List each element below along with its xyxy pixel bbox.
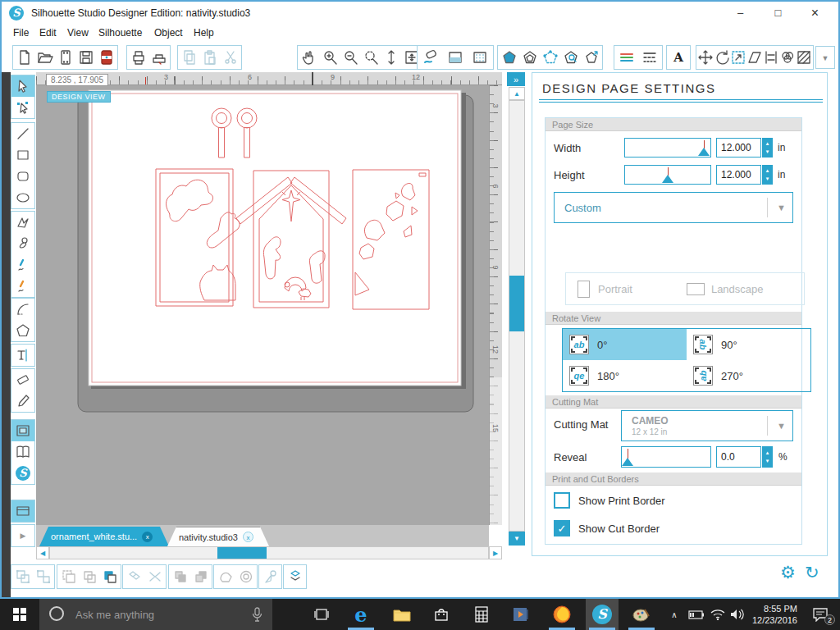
height-slider[interactable] bbox=[624, 165, 711, 185]
reveal-input[interactable] bbox=[716, 446, 761, 468]
page-preset-dropdown[interactable]: Custom ▼ bbox=[554, 192, 793, 223]
reveal-slider-thumb[interactable] bbox=[622, 458, 633, 466]
menu-view[interactable]: View bbox=[67, 27, 89, 39]
arc-tool[interactable] bbox=[11, 299, 34, 320]
send-to-back-icon[interactable] bbox=[99, 566, 120, 587]
menu-silhouette[interactable]: Silhouette bbox=[98, 27, 142, 39]
task-view-button[interactable] bbox=[305, 599, 338, 630]
rotate-icon[interactable] bbox=[714, 47, 730, 68]
rotate-270-button[interactable]: ab 270° bbox=[687, 360, 810, 391]
pin-icon[interactable] bbox=[260, 566, 281, 587]
gradient-fill-icon[interactable] bbox=[443, 47, 468, 68]
microphone-icon[interactable] bbox=[251, 607, 262, 622]
pattern-fill-icon[interactable] bbox=[468, 47, 492, 68]
move-icon[interactable] bbox=[697, 47, 714, 68]
copy-forward-icon[interactable] bbox=[170, 566, 190, 587]
concentric-icon[interactable] bbox=[235, 566, 256, 587]
store-button-taskbar[interactable] bbox=[425, 599, 458, 630]
eraser-tool[interactable] bbox=[11, 369, 34, 390]
firefox-button[interactable] bbox=[546, 599, 578, 630]
width-slider[interactable] bbox=[624, 138, 711, 158]
line-style-icon[interactable] bbox=[638, 47, 661, 68]
group-icon[interactable] bbox=[12, 566, 33, 587]
rotate-0-button[interactable]: ab 0° bbox=[563, 329, 687, 360]
save-to-library-icon[interactable] bbox=[96, 47, 116, 68]
send-to-silhouette-icon[interactable] bbox=[148, 47, 169, 68]
expand-panel-button[interactable]: » bbox=[507, 72, 525, 86]
landscape-button[interactable]: Landscape bbox=[711, 283, 764, 295]
shear-icon[interactable] bbox=[746, 47, 763, 68]
close-button[interactable]: × bbox=[797, 2, 833, 25]
freehand-tool[interactable] bbox=[11, 254, 34, 276]
rotate-90-button[interactable]: ab 90° bbox=[687, 329, 810, 360]
vertical-scrollbar-thumb[interactable] bbox=[509, 276, 524, 331]
fill-color-icon[interactable] bbox=[418, 47, 443, 68]
bring-forward-icon[interactable] bbox=[79, 566, 99, 587]
print-icon[interactable] bbox=[128, 47, 148, 68]
ungroup-icon[interactable] bbox=[33, 566, 53, 587]
library-button[interactable] bbox=[11, 441, 34, 463]
silhouette-studio-button[interactable]: S bbox=[586, 599, 619, 630]
action-center-button[interactable]: 2 bbox=[804, 599, 837, 630]
spinner-down-icon[interactable]: ▼ bbox=[762, 175, 773, 183]
rounded-rectangle-tool[interactable] bbox=[11, 166, 34, 187]
scroll-right-button[interactable]: ▶ bbox=[489, 546, 502, 559]
tab-nativity[interactable]: nativity.studio3 x bbox=[167, 527, 269, 546]
horizontal-scrollbar[interactable] bbox=[49, 546, 489, 559]
offset-icon[interactable] bbox=[215, 566, 235, 587]
zoom-drag-icon[interactable] bbox=[381, 47, 401, 68]
paste-icon[interactable] bbox=[199, 47, 220, 68]
store-button[interactable]: S bbox=[11, 463, 34, 484]
close-tab-icon[interactable]: x bbox=[142, 532, 153, 542]
toolbar-more-button[interactable]: ▼ bbox=[815, 46, 835, 69]
horizontal-scrollbar-thumb[interactable] bbox=[217, 547, 267, 559]
cut-icon[interactable] bbox=[220, 47, 240, 68]
width-input[interactable] bbox=[716, 138, 761, 158]
replicate-icon[interactable] bbox=[779, 47, 796, 68]
polygon-select-icon[interactable] bbox=[560, 47, 581, 68]
maximize-button[interactable]: □ bbox=[760, 2, 797, 25]
menu-object[interactable]: Object bbox=[154, 27, 183, 39]
tab-ornament-white[interactable]: ornament_white.stu... x bbox=[39, 527, 169, 546]
height-spinner[interactable]: ▲▼ bbox=[762, 165, 773, 185]
height-slider-thumb[interactable] bbox=[662, 175, 673, 183]
polygon-layers-icon[interactable] bbox=[519, 47, 540, 68]
width-slider-thumb[interactable] bbox=[698, 148, 710, 156]
spinner-up-icon[interactable]: ▲ bbox=[762, 449, 773, 457]
rectangle-tool[interactable] bbox=[11, 144, 34, 166]
pan-icon[interactable] bbox=[299, 47, 319, 68]
spinner-up-icon[interactable]: ▲ bbox=[762, 167, 773, 175]
play-button[interactable]: ▶ bbox=[11, 525, 34, 546]
polygon-points-icon[interactable] bbox=[540, 47, 560, 68]
polygon-fill-icon[interactable] bbox=[499, 47, 519, 68]
show-cut-border-checkbox[interactable]: ✓ bbox=[554, 520, 570, 536]
scroll-down-button[interactable]: ▼ bbox=[509, 532, 525, 546]
scroll-left-button[interactable]: ◀ bbox=[36, 546, 49, 559]
page-settings-button[interactable] bbox=[11, 420, 34, 441]
show-print-border-checkbox[interactable] bbox=[554, 492, 570, 509]
preferences-gear-icon[interactable]: ⚙ bbox=[780, 563, 796, 582]
portrait-button[interactable]: Portrait bbox=[598, 283, 632, 295]
regular-polygon-tool[interactable] bbox=[11, 320, 34, 341]
close-tab-icon[interactable]: x bbox=[243, 532, 253, 542]
zoom-out-icon[interactable] bbox=[340, 47, 360, 68]
text-style-icon[interactable]: A bbox=[669, 47, 689, 68]
spinner-down-icon[interactable]: ▼ bbox=[762, 148, 773, 156]
select-tool[interactable] bbox=[11, 75, 34, 97]
battery-button[interactable] bbox=[686, 599, 707, 630]
curve-tool[interactable] bbox=[11, 233, 34, 254]
text-tool[interactable] bbox=[11, 345, 34, 366]
polygon-tool[interactable] bbox=[11, 212, 34, 233]
align-icon[interactable] bbox=[763, 47, 779, 68]
start-button[interactable] bbox=[0, 599, 39, 630]
zoom-selection-icon[interactable] bbox=[360, 47, 381, 68]
open-page-icon[interactable] bbox=[55, 47, 75, 68]
new-document-icon[interactable] bbox=[14, 47, 34, 68]
line-color-icon[interactable] bbox=[615, 47, 638, 68]
knife-tool[interactable] bbox=[11, 390, 34, 412]
scale-icon[interactable] bbox=[730, 47, 746, 68]
zoom-in-icon[interactable] bbox=[319, 47, 340, 68]
wifi-button[interactable] bbox=[707, 599, 728, 630]
reveal-slider[interactable] bbox=[621, 446, 711, 468]
cutting-mat-dropdown[interactable]: CAMEO 12 x 12 in ▼ bbox=[621, 410, 793, 441]
